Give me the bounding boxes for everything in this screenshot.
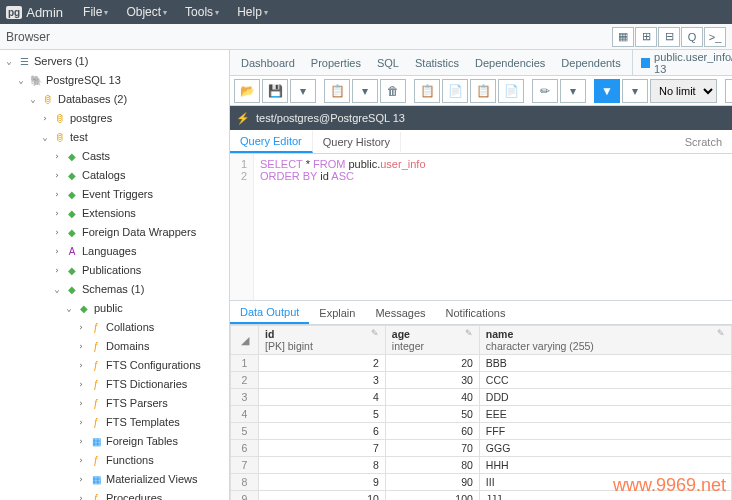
expander-icon[interactable]: › [76,452,86,469]
toolbar-button[interactable]: 📄 [498,79,524,103]
tab-query-history[interactable]: Query History [313,132,401,152]
tree-node[interactable]: ›ƒFTS Templates [0,413,229,432]
tree-node[interactable]: ›◆Catalogs [0,166,229,185]
expander-icon[interactable]: › [52,148,62,165]
table-row[interactable]: 6770GGG [231,440,732,457]
tree-node[interactable]: ›ƒDomains [0,337,229,356]
corner-cell[interactable]: ◢ [231,326,259,355]
toolbar-button[interactable]: ✏ [532,79,558,103]
toolbar-button[interactable]: ▶ [725,79,732,103]
tree-node[interactable]: ›ƒProcedures [0,489,229,500]
tab-dependencies[interactable]: Dependencies [468,53,552,73]
tree-node[interactable]: ›🛢postgres [0,109,229,128]
pencil-icon[interactable]: ✎ [371,328,379,338]
expander-icon[interactable]: › [52,186,62,203]
tab-sql[interactable]: SQL [370,53,406,73]
table-row[interactable]: 910100JJJ [231,491,732,501]
object-tree[interactable]: ⌄☰Servers (1)⌄🐘PostgreSQL 13⌄🛢Databases … [0,50,230,500]
expander-icon[interactable]: ⌄ [64,300,74,317]
toolbar-button[interactable]: ▾ [622,79,648,103]
expander-icon[interactable]: › [76,433,86,450]
connection-bar[interactable]: ⚡ test/postgres@PostgreSQL 13 [230,106,732,130]
table-row[interactable]: 3440DDD [231,389,732,406]
tab-query-editor[interactable]: Query Editor [230,131,313,153]
data-grid[interactable]: ◢id✎[PK] bigintage✎integername✎character… [230,325,732,500]
toolbar-button[interactable]: 📋 [414,79,440,103]
tree-node[interactable]: ›◆Publications [0,261,229,280]
toolbar-button[interactable]: 📋 [470,79,496,103]
tree-node[interactable]: ⌄🐘PostgreSQL 13 [0,71,229,90]
menu-help[interactable]: Help ▾ [229,2,276,22]
table-row[interactable]: 7880HHH [231,457,732,474]
sql-editor[interactable]: 12 SELECT * FROM public.user_info ORDER … [230,154,732,300]
tree-node[interactable]: ›ALanguages [0,242,229,261]
toolbar-button[interactable]: 📋 [324,79,350,103]
grid-button[interactable]: ▦ [612,27,634,47]
scratch-pad-label[interactable]: Scratch [675,132,732,152]
tree-node[interactable]: ⌄☰Servers (1) [0,52,229,71]
limit-select[interactable]: No limit [650,79,717,103]
query-tool-tab[interactable]: public.user_info/test/postgres@PostgreSQ… [632,50,732,78]
toolbar-button[interactable]: ▾ [352,79,378,103]
table-row[interactable]: 8990III [231,474,732,491]
tree-node[interactable]: ›◆Foreign Data Wrappers [0,223,229,242]
column-header[interactable]: age✎integer [385,326,479,355]
toolbar-button[interactable]: ▾ [560,79,586,103]
expander-icon[interactable]: ⌄ [28,91,38,108]
toolbar-button[interactable]: 🗑 [380,79,406,103]
expander-icon[interactable]: › [52,224,62,241]
expander-icon[interactable]: ⌄ [40,129,50,146]
table-button[interactable]: ⊟ [658,27,680,47]
tab-explain[interactable]: Explain [309,303,365,323]
expander-icon[interactable]: › [76,414,86,431]
tree-node[interactable]: ›◆Casts [0,147,229,166]
expander-icon[interactable]: ⌄ [4,53,14,70]
toolbar-button[interactable]: 📄 [442,79,468,103]
tree-button[interactable]: ⊞ [635,27,657,47]
expander-icon[interactable]: › [52,262,62,279]
tab-data-output[interactable]: Data Output [230,302,309,324]
menu-file[interactable]: File ▾ [75,2,116,22]
pencil-icon[interactable]: ✎ [717,328,725,338]
expander-icon[interactable]: ⌄ [52,281,62,298]
expander-icon[interactable]: › [52,243,62,260]
tree-node[interactable]: ›▦Materialized Views [0,470,229,489]
expander-icon[interactable]: › [76,395,86,412]
toolbar-button[interactable]: ▼ [594,79,620,103]
search-button[interactable]: Q [681,27,703,47]
toolbar-button[interactable]: ▾ [290,79,316,103]
tab-statistics[interactable]: Statistics [408,53,466,73]
toolbar-button[interactable]: 📂 [234,79,260,103]
table-row[interactable]: 2330CCC [231,372,732,389]
tab-notifications[interactable]: Notifications [436,303,516,323]
expander-icon[interactable]: › [76,338,86,355]
terminal-button[interactable]: >_ [704,27,726,47]
menu-object[interactable]: Object ▾ [118,2,175,22]
column-header[interactable]: name✎character varying (255) [479,326,731,355]
table-row[interactable]: 4550EEE [231,406,732,423]
tree-node[interactable]: ›ƒFTS Configurations [0,356,229,375]
pencil-icon[interactable]: ✎ [465,328,473,338]
expander-icon[interactable]: › [76,376,86,393]
expander-icon[interactable]: › [52,167,62,184]
tree-node[interactable]: ⌄◆Schemas (1) [0,280,229,299]
expander-icon[interactable]: › [52,205,62,222]
tree-node[interactable]: ›ƒFTS Dictionaries [0,375,229,394]
tab-messages[interactable]: Messages [365,303,435,323]
toolbar-button[interactable]: 💾 [262,79,288,103]
table-row[interactable]: 1220BBB [231,355,732,372]
tree-node[interactable]: ›◆Event Triggers [0,185,229,204]
tab-properties[interactable]: Properties [304,53,368,73]
menu-tools[interactable]: Tools ▾ [177,2,227,22]
tree-node[interactable]: ›◆Extensions [0,204,229,223]
tree-node[interactable]: ⌄◆public [0,299,229,318]
tree-node[interactable]: ›ƒCollations [0,318,229,337]
expander-icon[interactable]: › [40,110,50,127]
expander-icon[interactable]: › [76,357,86,374]
expander-icon[interactable]: › [76,319,86,336]
tree-node[interactable]: ⌄🛢Databases (2) [0,90,229,109]
tab-dashboard[interactable]: Dashboard [234,53,302,73]
tree-node[interactable]: ⌄🛢test [0,128,229,147]
tab-dependents[interactable]: Dependents [554,53,627,73]
column-header[interactable]: id✎[PK] bigint [259,326,386,355]
